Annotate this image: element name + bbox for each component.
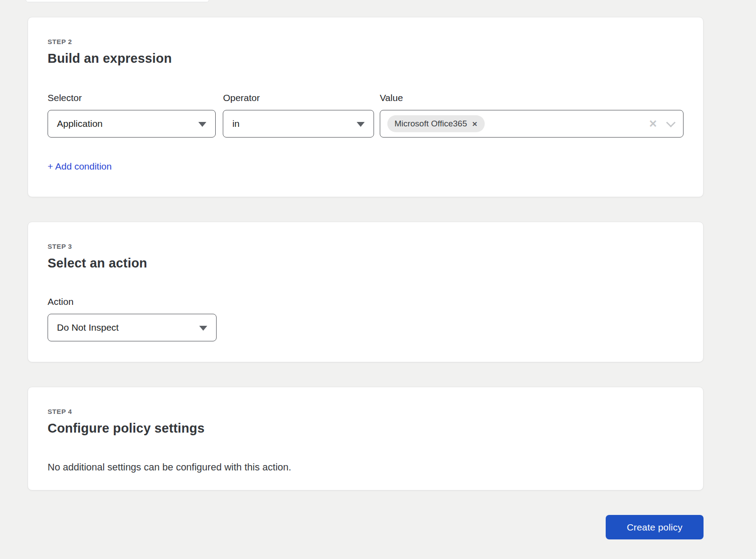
chevron-down-icon: [199, 326, 207, 331]
selector-field-group: Selector Application: [48, 93, 216, 138]
clear-all-icon[interactable]: ✕: [649, 119, 657, 129]
step4-label: STEP 4: [48, 408, 684, 415]
step2-title: Build an expression: [48, 51, 684, 66]
value-label: Value: [380, 93, 684, 103]
step3-label: STEP 3: [48, 243, 684, 250]
action-dropdown-value: Do Not Inspect: [57, 322, 119, 333]
no-settings-message: No additional settings can be configured…: [48, 462, 684, 473]
step2-label: STEP 2: [48, 38, 684, 45]
footer-actions: Create policy: [28, 515, 704, 539]
value-field-group: Value Microsoft Office365 ✕ ✕: [380, 93, 684, 138]
step2-card: STEP 2 Build an expression Selector Appl…: [28, 17, 704, 197]
chevron-down-icon: [357, 122, 365, 127]
add-condition-link[interactable]: + Add condition: [48, 161, 112, 172]
policy-builder-steps: STEP 2 Build an expression Selector Appl…: [28, 17, 704, 539]
chevron-down-icon: [198, 122, 206, 127]
operator-label: Operator: [223, 93, 374, 103]
action-dropdown[interactable]: Do Not Inspect: [48, 314, 217, 341]
tag-remove-icon[interactable]: ✕: [472, 121, 478, 127]
selector-dropdown[interactable]: Application: [48, 110, 216, 138]
value-tag: Microsoft Office365 ✕: [387, 115, 485, 132]
expression-row: Selector Application Operator in Value M…: [48, 93, 684, 138]
step3-card: STEP 3 Select an action Action Do Not In…: [28, 222, 704, 362]
operator-dropdown-value: in: [232, 118, 239, 129]
step4-card: STEP 4 Configure policy settings No addi…: [28, 387, 704, 490]
action-label: Action: [48, 296, 217, 307]
step4-title: Configure policy settings: [48, 421, 684, 436]
operator-field-group: Operator in: [223, 93, 374, 138]
chevron-down-icon[interactable]: [667, 118, 674, 126]
step3-title: Select an action: [48, 256, 684, 271]
action-field-group: Action Do Not Inspect: [48, 296, 217, 341]
create-policy-button[interactable]: Create policy: [606, 515, 704, 539]
selector-label: Selector: [48, 93, 216, 103]
value-multiselect-input[interactable]: Microsoft Office365 ✕ ✕: [380, 110, 684, 138]
operator-dropdown[interactable]: in: [223, 110, 374, 138]
previous-card-bottom-edge: [26, 0, 209, 2]
selector-dropdown-value: Application: [57, 118, 103, 129]
value-tag-text: Microsoft Office365: [394, 119, 467, 129]
